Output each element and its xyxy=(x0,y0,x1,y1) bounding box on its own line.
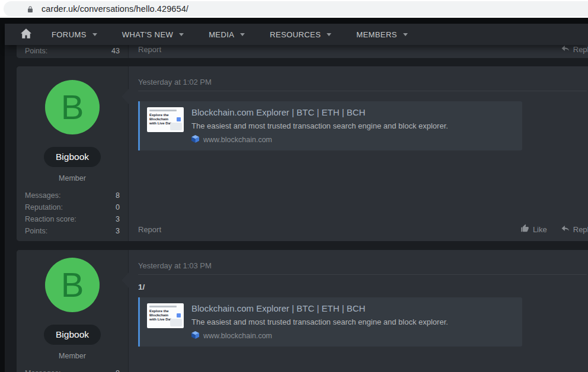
link-preview-title[interactable]: Blockchain.com Explorer | BTC | ETH | BC… xyxy=(191,303,448,313)
url-text[interactable]: carder.uk/conversations/hello.429654/ xyxy=(41,4,188,14)
link-preview-card[interactable]: Explore the Blockchain with Live Data Bl… xyxy=(138,101,522,150)
stat-label: Messages: xyxy=(25,369,60,372)
divider xyxy=(138,274,587,275)
avatar[interactable]: B xyxy=(45,258,100,312)
stat-value: 3 xyxy=(116,227,120,235)
reply-link[interactable]: Reply xyxy=(561,45,588,54)
chevron-down-icon xyxy=(92,33,97,36)
nav-item-label: FORUMS xyxy=(52,30,87,39)
link-preview-description: The easiest and most trusted transaction… xyxy=(191,121,448,130)
thumbnail-navbar-placeholder xyxy=(149,110,177,111)
link-preview-card[interactable]: Explore the Blockchain with Live Data Bl… xyxy=(138,297,522,347)
post-timestamp[interactable]: Yesterday at 1:03 PM xyxy=(138,250,212,270)
thumbnail-navbar-placeholder xyxy=(149,306,177,307)
nav-item-label: MEMBERS xyxy=(356,30,397,39)
post-message-cell: Report Reply xyxy=(129,45,588,58)
stat-label: Messages: xyxy=(25,191,60,200)
address-bar[interactable]: carder.uk/conversations/hello.429654/ xyxy=(4,1,588,17)
browser-address-bar: carder.uk/conversations/hello.429654/ xyxy=(0,0,588,18)
chevron-down-icon xyxy=(403,33,408,36)
nav-item-resources[interactable]: RESOURCES xyxy=(257,24,344,45)
nav-item-label: MEDIA xyxy=(209,30,234,39)
nav-item-media[interactable]: MEDIA xyxy=(196,24,257,45)
post-footer: Report Like Reply xyxy=(138,224,588,235)
reply-arrow-icon xyxy=(561,45,570,54)
home-button[interactable] xyxy=(13,28,39,41)
username-link[interactable]: Bigbook xyxy=(44,147,101,167)
user-stats: Messages: 8 xyxy=(17,367,128,372)
blockchain-cube-icon xyxy=(191,135,199,145)
post-message-cell: Yesterday at 1:03 PM 1/ Explore the Bloc… xyxy=(129,250,588,372)
conversation-content: Points: 43 Report Reply B Bigb xyxy=(5,45,588,372)
url-label: www.blockchain.com xyxy=(203,332,272,340)
user-stat-row: Reputation: 0 xyxy=(25,201,120,213)
message-bubble-tail xyxy=(122,272,129,288)
stat-value: 8 xyxy=(116,191,120,200)
link-preview-title[interactable]: Blockchain.com Explorer | BTC | ETH | BC… xyxy=(191,107,448,117)
link-preview-body: Blockchain.com Explorer | BTC | ETH | BC… xyxy=(191,107,448,145)
stat-label: Reputation: xyxy=(25,203,63,211)
post-partial: Points: 43 Report Reply xyxy=(17,45,588,58)
nav-item-label: RESOURCES xyxy=(270,30,321,39)
nav-item-forums[interactable]: FORUMS xyxy=(39,24,110,45)
nav-item-whats-new[interactable]: WHAT'S NEW xyxy=(110,24,196,45)
user-stat-row: Messages: 8 xyxy=(25,367,120,372)
thumbs-up-icon xyxy=(520,224,529,235)
stat-value: 8 xyxy=(116,369,120,372)
stat-label: Points: xyxy=(25,47,47,55)
thumbnail-accent xyxy=(177,313,181,318)
thumbnail-graphic xyxy=(170,123,182,130)
stat-value: 43 xyxy=(111,47,120,55)
reply-arrow-icon xyxy=(561,225,570,234)
reply-label: Reply xyxy=(573,45,588,54)
url-label: www.blockchain.com xyxy=(203,136,272,144)
link-preview-url[interactable]: www.blockchain.com xyxy=(191,331,448,341)
link-preview-body: Blockchain.com Explorer | BTC | ETH | BC… xyxy=(191,303,448,341)
user-stats: Messages: 8 Reputation: 0 Reaction score… xyxy=(17,190,128,237)
report-link[interactable]: Report xyxy=(138,45,161,54)
link-preview-url[interactable]: www.blockchain.com xyxy=(191,135,448,145)
user-role: Member xyxy=(17,174,128,182)
thumbnail-accent xyxy=(177,117,181,121)
chevron-down-icon xyxy=(240,33,245,36)
user-stat-row: Messages: 8 xyxy=(25,190,120,201)
chevron-down-icon xyxy=(179,33,184,36)
thumbnail-text: Explore the xyxy=(149,113,181,117)
reply-link[interactable]: Reply xyxy=(561,225,588,234)
chevron-down-icon xyxy=(327,33,331,36)
link-preview-thumbnail[interactable]: Explore the Blockchain with Live Data xyxy=(147,303,184,328)
thumbnail-graphic xyxy=(170,319,182,326)
post: B Bigbook Member Messages: 8 Reputation:… xyxy=(17,66,588,241)
stat-label: Reaction score: xyxy=(25,215,76,223)
avatar[interactable]: B xyxy=(45,80,100,134)
post-message-cell: Yesterday at 1:02 PM Explore the Blockch… xyxy=(129,66,588,241)
avatar-initial: B xyxy=(61,90,84,124)
site: FORUMS WHAT'S NEW MEDIA RESOURCES MEMBER… xyxy=(0,18,588,372)
report-link[interactable]: Report xyxy=(138,225,161,234)
post-timestamp[interactable]: Yesterday at 1:02 PM xyxy=(138,66,212,86)
reply-label: Reply xyxy=(573,225,588,234)
user-role: Member xyxy=(17,352,128,360)
divider xyxy=(138,91,587,91)
like-label: Like xyxy=(533,225,547,234)
link-preview-description: The easiest and most trusted transaction… xyxy=(191,318,448,326)
username-link[interactable]: Bigbook xyxy=(44,325,101,345)
message-bubble-tail xyxy=(122,88,129,105)
nav-item-members[interactable]: MEMBERS xyxy=(344,24,420,45)
stat-label: Points: xyxy=(25,227,47,235)
main-navbar: FORUMS WHAT'S NEW MEDIA RESOURCES MEMBER… xyxy=(5,24,588,45)
post-body-text: 1/ xyxy=(138,283,587,291)
user-stat-row: Points: 43 xyxy=(17,45,128,56)
post-user-cell: B Bigbook Member Messages: 8 xyxy=(17,250,129,372)
like-button[interactable]: Like xyxy=(520,224,547,235)
lock-icon[interactable] xyxy=(27,5,34,14)
stat-value: 3 xyxy=(116,215,120,223)
blockchain-cube-icon xyxy=(191,331,199,341)
post-user-cell: Points: 43 xyxy=(17,45,129,58)
post-actions: Like Reply xyxy=(520,224,588,235)
post: B Bigbook Member Messages: 8 Yesterday a… xyxy=(17,250,588,372)
home-icon xyxy=(21,28,31,41)
link-preview-thumbnail[interactable]: Explore the Blockchain with Live Data xyxy=(147,107,184,132)
stat-value: 0 xyxy=(116,203,120,211)
nav-item-label: WHAT'S NEW xyxy=(122,30,173,39)
